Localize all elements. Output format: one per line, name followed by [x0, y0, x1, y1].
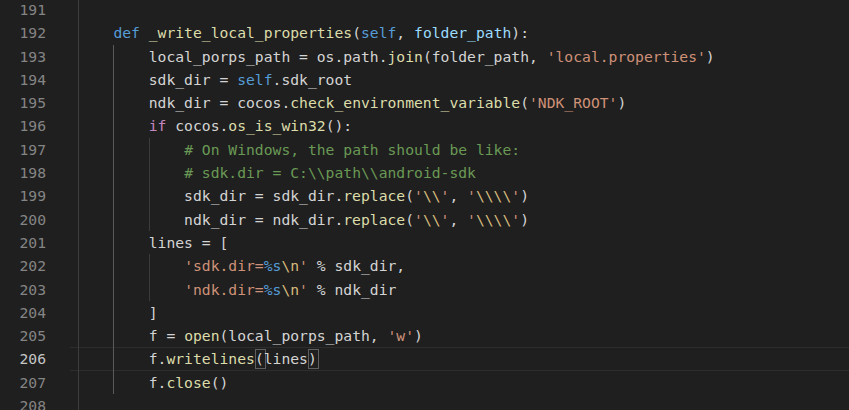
line-number[interactable]: 206 — [0, 347, 46, 370]
code-line[interactable]: 202 'sdk.dir=%s\n' % sdk_dir, — [0, 254, 849, 277]
code-editor[interactable]: 191192 def _write_local_properties(self,… — [0, 0, 849, 410]
line-number[interactable]: 199 — [0, 184, 46, 207]
code-text: sdk_dir = self.sdk_root — [78, 68, 352, 91]
code-text: ] — [78, 301, 158, 324]
code-line[interactable]: 193 local_porps_path = os.path.join(fold… — [0, 45, 849, 68]
code-line[interactable]: 195 ndk_dir = cocos.check_environment_va… — [0, 91, 849, 114]
line-number[interactable]: 203 — [0, 278, 46, 301]
line-number[interactable]: 201 — [0, 231, 46, 254]
code-text: if cocos.os_is_win32(): — [78, 114, 352, 137]
code-text: f.writelines(lines) — [78, 347, 317, 370]
indent-guide — [78, 0, 79, 21]
code-text: ndk_dir = ndk_dir.replace('\\', '\\\\') — [78, 208, 529, 231]
code-line[interactable]: 198 # sdk.dir = C:\\path\\android-sdk — [0, 161, 849, 184]
code-line[interactable]: 207 f.close() — [0, 371, 849, 394]
code-text: # sdk.dir = C:\\path\\android-sdk — [78, 161, 476, 184]
code-line[interactable]: 204 ] — [0, 301, 849, 324]
code-line[interactable]: 196 if cocos.os_is_win32(): — [0, 114, 849, 137]
line-number[interactable]: 200 — [0, 208, 46, 231]
code-text: def _write_local_properties(self, folder… — [78, 21, 529, 44]
code-line[interactable]: 206 f.writelines(lines) — [0, 347, 849, 370]
code-line[interactable]: 201 lines = [ — [0, 231, 849, 254]
code-text: 'sdk.dir=%s\n' % sdk_dir, — [78, 254, 405, 277]
line-number[interactable]: 207 — [0, 371, 46, 394]
code-line[interactable]: 205 f = open(local_porps_path, 'w') — [0, 324, 849, 347]
code-text: local_porps_path = os.path.join(folder_p… — [78, 45, 715, 68]
code-text: sdk_dir = sdk_dir.replace('\\', '\\\\') — [78, 184, 529, 207]
code-line[interactable]: 197 # On Windows, the path should be lik… — [0, 138, 849, 161]
line-number[interactable]: 191 — [0, 0, 46, 21]
code-text: 'ndk.dir=%s\n' % ndk_dir — [78, 278, 396, 301]
code-text: ndk_dir = cocos.check_environment_variab… — [78, 91, 626, 114]
line-number[interactable]: 194 — [0, 68, 46, 91]
code-line[interactable]: 208 — [0, 394, 849, 410]
line-number[interactable]: 196 — [0, 114, 46, 137]
code-line[interactable]: 203 'ndk.dir=%s\n' % ndk_dir — [0, 278, 849, 301]
code-line[interactable]: 192 def _write_local_properties(self, fo… — [0, 21, 849, 44]
line-number[interactable]: 198 — [0, 161, 46, 184]
line-number[interactable]: 197 — [0, 138, 46, 161]
line-number[interactable]: 192 — [0, 21, 46, 44]
code-text: lines = [ — [78, 231, 228, 254]
indent-guide — [78, 394, 79, 410]
code-line[interactable]: 191 — [0, 0, 849, 21]
line-number[interactable]: 205 — [0, 324, 46, 347]
line-number[interactable]: 195 — [0, 91, 46, 114]
code-line[interactable]: 199 sdk_dir = sdk_dir.replace('\\', '\\\… — [0, 184, 849, 207]
code-text: f.close() — [78, 371, 228, 394]
line-number[interactable]: 202 — [0, 254, 46, 277]
code-rows: 191192 def _write_local_properties(self,… — [0, 0, 849, 410]
code-line[interactable]: 200 ndk_dir = ndk_dir.replace('\\', '\\\… — [0, 208, 849, 231]
code-line[interactable]: 194 sdk_dir = self.sdk_root — [0, 68, 849, 91]
code-text: f = open(local_porps_path, 'w') — [78, 324, 423, 347]
line-number[interactable]: 193 — [0, 45, 46, 68]
line-number[interactable]: 204 — [0, 301, 46, 324]
line-number[interactable]: 208 — [0, 394, 46, 410]
code-text: # On Windows, the path should be like: — [78, 138, 520, 161]
